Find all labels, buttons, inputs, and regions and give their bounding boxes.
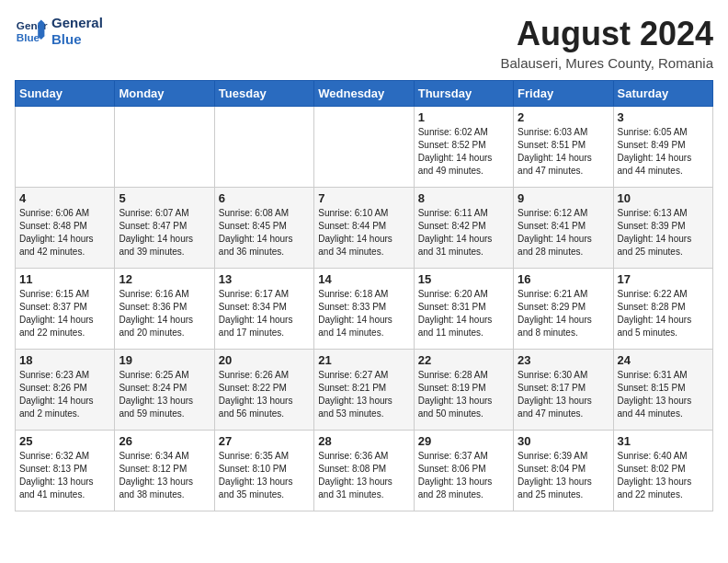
day-number: 26 (119, 434, 210, 448)
calendar-cell: 12Sunrise: 6:16 AM Sunset: 8:36 PM Dayli… (115, 269, 214, 350)
calendar-week-row: 1Sunrise: 6:02 AM Sunset: 8:52 PM Daylig… (16, 107, 713, 188)
day-info: Sunrise: 6:16 AM Sunset: 8:36 PM Dayligh… (119, 288, 210, 339)
calendar-cell (115, 107, 214, 188)
calendar-cell: 11Sunrise: 6:15 AM Sunset: 8:37 PM Dayli… (16, 269, 115, 350)
day-number: 3 (618, 110, 709, 124)
calendar-cell: 17Sunrise: 6:22 AM Sunset: 8:28 PM Dayli… (613, 269, 712, 350)
day-info: Sunrise: 6:18 AM Sunset: 8:33 PM Dayligh… (318, 288, 409, 339)
calendar-cell: 9Sunrise: 6:12 AM Sunset: 8:41 PM Daylig… (514, 188, 613, 269)
day-info: Sunrise: 6:10 AM Sunset: 8:44 PM Dayligh… (318, 207, 409, 259)
calendar-cell: 4Sunrise: 6:06 AM Sunset: 8:48 PM Daylig… (16, 188, 115, 269)
day-number: 30 (518, 434, 609, 448)
day-number: 22 (418, 353, 509, 367)
day-info: Sunrise: 6:08 AM Sunset: 8:45 PM Dayligh… (219, 207, 310, 259)
calendar-cell: 10Sunrise: 6:13 AM Sunset: 8:39 PM Dayli… (613, 188, 712, 269)
day-info: Sunrise: 6:17 AM Sunset: 8:34 PM Dayligh… (219, 288, 310, 339)
day-info: Sunrise: 6:07 AM Sunset: 8:47 PM Dayligh… (119, 207, 210, 259)
day-info: Sunrise: 6:02 AM Sunset: 8:52 PM Dayligh… (418, 126, 509, 178)
title-block: August 2024 Balauseri, Mures County, Rom… (501, 15, 714, 71)
calendar-cell: 7Sunrise: 6:10 AM Sunset: 8:44 PM Daylig… (314, 188, 414, 269)
location-subtitle: Balauseri, Mures County, Romania (501, 55, 714, 71)
day-info: Sunrise: 6:11 AM Sunset: 8:42 PM Dayligh… (418, 207, 509, 259)
weekday-header-monday: Monday (115, 81, 214, 107)
calendar-cell: 26Sunrise: 6:34 AM Sunset: 8:12 PM Dayli… (115, 431, 214, 511)
calendar-table: SundayMondayTuesdayWednesdayThursdayFrid… (15, 80, 713, 511)
calendar-cell: 19Sunrise: 6:25 AM Sunset: 8:24 PM Dayli… (115, 350, 214, 431)
calendar-cell: 2Sunrise: 6:03 AM Sunset: 8:51 PM Daylig… (514, 107, 613, 188)
calendar-cell: 20Sunrise: 6:26 AM Sunset: 8:22 PM Dayli… (214, 350, 313, 431)
calendar-cell: 30Sunrise: 6:39 AM Sunset: 8:04 PM Dayli… (514, 431, 613, 511)
calendar-cell: 28Sunrise: 6:36 AM Sunset: 8:08 PM Dayli… (314, 431, 414, 511)
calendar-cell: 14Sunrise: 6:18 AM Sunset: 8:33 PM Dayli… (314, 269, 414, 350)
day-number: 10 (618, 191, 709, 205)
calendar-cell: 15Sunrise: 6:20 AM Sunset: 8:31 PM Dayli… (414, 269, 513, 350)
day-info: Sunrise: 6:26 AM Sunset: 8:22 PM Dayligh… (219, 369, 310, 420)
calendar-cell: 27Sunrise: 6:35 AM Sunset: 8:10 PM Dayli… (214, 431, 313, 511)
day-info: Sunrise: 6:27 AM Sunset: 8:21 PM Dayligh… (318, 369, 409, 420)
day-info: Sunrise: 6:20 AM Sunset: 8:31 PM Dayligh… (418, 288, 509, 339)
weekday-header-tuesday: Tuesday (214, 81, 313, 107)
day-info: Sunrise: 6:40 AM Sunset: 8:02 PM Dayligh… (618, 450, 709, 501)
calendar-cell: 5Sunrise: 6:07 AM Sunset: 8:47 PM Daylig… (115, 188, 214, 269)
calendar-cell: 29Sunrise: 6:37 AM Sunset: 8:06 PM Dayli… (414, 431, 513, 511)
day-number: 24 (618, 353, 709, 367)
day-number: 18 (19, 353, 110, 367)
calendar-cell: 8Sunrise: 6:11 AM Sunset: 8:42 PM Daylig… (414, 188, 513, 269)
weekday-header-sunday: Sunday (16, 81, 115, 107)
day-number: 19 (119, 353, 210, 367)
weekday-header-saturday: Saturday (613, 81, 712, 107)
day-info: Sunrise: 6:12 AM Sunset: 8:41 PM Dayligh… (518, 207, 609, 259)
day-info: Sunrise: 6:36 AM Sunset: 8:08 PM Dayligh… (318, 450, 409, 501)
day-number: 28 (318, 434, 409, 448)
day-info: Sunrise: 6:39 AM Sunset: 8:04 PM Dayligh… (518, 450, 609, 501)
logo: General Blue General Blue (15, 15, 103, 48)
calendar-cell (214, 107, 313, 188)
day-number: 16 (518, 272, 609, 286)
logo-icon: General Blue (15, 15, 48, 48)
calendar-cell: 24Sunrise: 6:31 AM Sunset: 8:15 PM Dayli… (613, 350, 712, 431)
day-info: Sunrise: 6:22 AM Sunset: 8:28 PM Dayligh… (618, 288, 709, 339)
day-info: Sunrise: 6:37 AM Sunset: 8:06 PM Dayligh… (418, 450, 509, 501)
day-number: 31 (618, 434, 709, 448)
calendar-week-row: 25Sunrise: 6:32 AM Sunset: 8:13 PM Dayli… (16, 431, 713, 511)
calendar-cell (314, 107, 414, 188)
day-number: 5 (119, 191, 210, 205)
day-number: 25 (19, 434, 110, 448)
logo-text: General Blue (51, 15, 103, 48)
day-info: Sunrise: 6:30 AM Sunset: 8:17 PM Dayligh… (518, 369, 609, 420)
calendar-week-row: 18Sunrise: 6:23 AM Sunset: 8:26 PM Dayli… (16, 350, 713, 431)
day-number: 21 (318, 353, 409, 367)
day-info: Sunrise: 6:28 AM Sunset: 8:19 PM Dayligh… (418, 369, 509, 420)
day-number: 27 (219, 434, 310, 448)
svg-text:Blue: Blue (17, 31, 40, 43)
day-number: 9 (518, 191, 609, 205)
day-info: Sunrise: 6:34 AM Sunset: 8:12 PM Dayligh… (119, 450, 210, 501)
day-number: 7 (318, 191, 409, 205)
day-info: Sunrise: 6:23 AM Sunset: 8:26 PM Dayligh… (19, 369, 110, 420)
calendar-cell: 16Sunrise: 6:21 AM Sunset: 8:29 PM Dayli… (514, 269, 613, 350)
day-number: 8 (418, 191, 509, 205)
day-info: Sunrise: 6:21 AM Sunset: 8:29 PM Dayligh… (518, 288, 609, 339)
day-number: 2 (518, 110, 609, 124)
calendar-cell: 23Sunrise: 6:30 AM Sunset: 8:17 PM Dayli… (514, 350, 613, 431)
weekday-header-thursday: Thursday (414, 81, 513, 107)
day-number: 4 (19, 191, 110, 205)
day-number: 20 (219, 353, 310, 367)
day-number: 13 (219, 272, 310, 286)
day-number: 14 (318, 272, 409, 286)
weekday-header-friday: Friday (514, 81, 613, 107)
day-info: Sunrise: 6:25 AM Sunset: 8:24 PM Dayligh… (119, 369, 210, 420)
day-number: 15 (418, 272, 509, 286)
calendar-cell: 21Sunrise: 6:27 AM Sunset: 8:21 PM Dayli… (314, 350, 414, 431)
calendar-week-row: 4Sunrise: 6:06 AM Sunset: 8:48 PM Daylig… (16, 188, 713, 269)
day-info: Sunrise: 6:13 AM Sunset: 8:39 PM Dayligh… (618, 207, 709, 259)
day-number: 11 (19, 272, 110, 286)
day-info: Sunrise: 6:15 AM Sunset: 8:37 PM Dayligh… (19, 288, 110, 339)
day-number: 6 (219, 191, 310, 205)
calendar-cell: 1Sunrise: 6:02 AM Sunset: 8:52 PM Daylig… (414, 107, 513, 188)
day-number: 12 (119, 272, 210, 286)
day-info: Sunrise: 6:05 AM Sunset: 8:49 PM Dayligh… (618, 126, 709, 178)
calendar-cell: 13Sunrise: 6:17 AM Sunset: 8:34 PM Dayli… (214, 269, 313, 350)
month-year-title: August 2024 (501, 15, 714, 53)
day-number: 17 (618, 272, 709, 286)
